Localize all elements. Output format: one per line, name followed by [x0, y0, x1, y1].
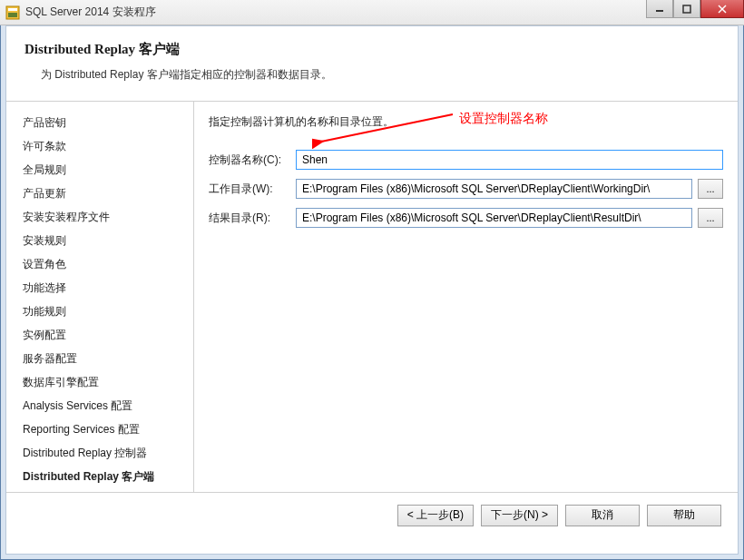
cancel-button[interactable]: 取消 [565, 505, 640, 526]
content-intro: 指定控制器计算机的名称和目录位置。 [209, 114, 723, 130]
workdir-browse-button[interactable]: ... [698, 179, 723, 199]
sidebar-item[interactable]: 许可条款 [17, 134, 193, 158]
app-icon [5, 5, 20, 20]
svg-rect-2 [8, 13, 17, 17]
page-title: Distributed Replay 客户端 [24, 41, 720, 58]
minimize-button[interactable] [646, 0, 673, 18]
sidebar-item[interactable]: 实例配置 [17, 323, 193, 347]
content-panel: 指定控制器计算机的名称和目录位置。 设置控制器名称 控制器名称(C): 工作目录… [194, 102, 738, 492]
svg-rect-1 [8, 8, 17, 11]
sidebar-item[interactable]: 安装安装程序文件 [17, 205, 193, 229]
sidebar-item[interactable]: 服务器配置 [17, 347, 193, 370]
resultdir-browse-button[interactable]: ... [698, 208, 723, 228]
sidebar-item[interactable]: 功能选择 [17, 276, 193, 300]
sidebar-item[interactable]: 设置角色 [17, 252, 193, 276]
sidebar-item[interactable]: 产品密钥 [17, 111, 193, 134]
sidebar-item[interactable]: 全局规则 [17, 158, 193, 182]
next-button[interactable]: 下一步(N) > [481, 505, 558, 526]
footer: < 上一步(B) 下一步(N) > 取消 帮助 [6, 492, 738, 537]
maximize-button[interactable] [673, 0, 700, 18]
workdir-input[interactable] [296, 179, 692, 199]
resultdir-label: 结果目录(R): [209, 211, 296, 226]
page-subtitle: 为 Distributed Replay 客户端指定相应的控制器和数据目录。 [41, 67, 720, 83]
sidebar-item[interactable]: Distributed Replay 控制器 [17, 441, 193, 465]
sidebar-item[interactable]: 安装规则 [17, 229, 193, 252]
sidebar-item-active[interactable]: Distributed Replay 客户端 [17, 465, 193, 488]
workdir-label: 工作目录(W): [209, 182, 296, 197]
titlebar: SQL Server 2014 安装程序 [0, 0, 744, 25]
controller-name-input[interactable] [296, 150, 723, 170]
svg-rect-4 [683, 5, 690, 13]
help-button[interactable]: 帮助 [647, 505, 721, 526]
close-button[interactable] [700, 0, 744, 18]
sidebar-item[interactable]: Reporting Services 配置 [17, 418, 193, 441]
sidebar-item[interactable]: 产品更新 [17, 182, 193, 205]
sidebar-item[interactable]: 功能配置规则 [17, 488, 193, 492]
sidebar-item[interactable]: Analysis Services 配置 [17, 394, 193, 418]
sidebar-item[interactable]: 数据库引擎配置 [17, 370, 193, 394]
window-title: SQL Server 2014 安装程序 [25, 5, 156, 20]
header-section: Distributed Replay 客户端 为 Distributed Rep… [6, 26, 738, 102]
controller-label: 控制器名称(C): [209, 152, 296, 168]
window-controls [646, 0, 744, 18]
back-button[interactable]: < 上一步(B) [397, 505, 474, 526]
sidebar-item[interactable]: 功能规则 [17, 300, 193, 323]
resultdir-input[interactable] [296, 208, 692, 228]
sidebar: 产品密钥 许可条款 全局规则 产品更新 安装安装程序文件 安装规则 设置角色 功… [17, 102, 194, 492]
